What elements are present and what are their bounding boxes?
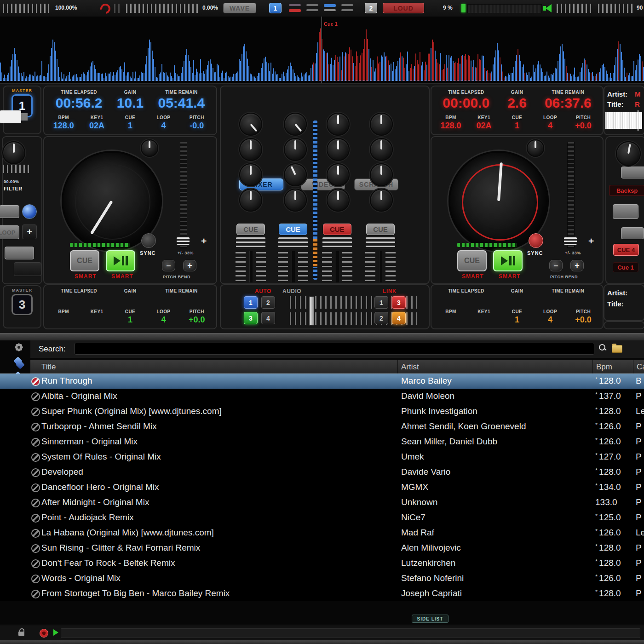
loop-button[interactable]: LOOP (0, 225, 19, 239)
progress-strip[interactable] (61, 628, 640, 638)
deck1-pitch-bend-minus[interactable]: – (162, 260, 175, 271)
fader-handle[interactable] (278, 237, 308, 249)
cue4-button[interactable]: CUE 4 (613, 244, 639, 256)
channel-1-cue-button[interactable]: CUE (236, 224, 265, 235)
mixer-knob[interactable] (370, 113, 393, 136)
table-row[interactable]: Sinnerman - Original MixSean Miller, Dan… (0, 434, 644, 449)
fader-handle[interactable] (366, 237, 395, 249)
fader-handle[interactable] (236, 237, 265, 249)
channel-1-fader[interactable] (236, 237, 266, 282)
deck1-sync-knob[interactable] (141, 233, 156, 248)
zoom-preset-1[interactable] (289, 3, 301, 13)
channel-2-fader[interactable] (278, 237, 308, 282)
mixer-knob[interactable] (284, 189, 307, 212)
table-row[interactable]: Turboprop - Ahmet Sendil MixAhmet Sendil… (0, 419, 644, 434)
column-bpm[interactable]: Bpm (596, 362, 612, 372)
left-edge-button-1[interactable] (0, 205, 19, 218)
zoom-preset-3[interactable] (324, 3, 336, 13)
search-icon[interactable] (599, 344, 608, 353)
mixer-knob[interactable] (239, 138, 262, 161)
deck-1-select-button[interactable]: 1 (269, 3, 282, 13)
headphones-icon[interactable] (98, 2, 113, 16)
mixer-knob[interactable] (327, 113, 350, 136)
table-row[interactable]: System Of Rules - Original MixUmek*127.0… (0, 449, 644, 465)
globe-icon[interactable] (22, 204, 37, 219)
deck-2-select-button[interactable]: 2 (365, 3, 377, 13)
table-row[interactable]: Don't Fear To Rock - Beltek RemixLutzenk… (0, 556, 644, 571)
side-list-button[interactable]: SIDE LIST (412, 615, 448, 623)
deck2-play-button[interactable] (493, 250, 523, 271)
table-row[interactable]: DevelopedDavide Vario*128.0P (0, 465, 644, 480)
table-row[interactable]: Super Phunk (Original Mix) [www.djtunes.… (0, 404, 644, 419)
mixer-knob[interactable] (370, 189, 393, 212)
loud-button[interactable]: LOUD (383, 3, 424, 13)
mixer-knob[interactable] (370, 163, 393, 186)
assign-button-4-right[interactable]: 4 (392, 312, 406, 324)
mixer-knob[interactable] (327, 163, 350, 186)
mixer-knob[interactable] (284, 138, 307, 161)
channel-3-fader[interactable] (322, 237, 352, 282)
left-edge-slider[interactable] (3, 165, 29, 173)
deck2-pitch-fader[interactable] (567, 142, 575, 248)
right-edge-button-2[interactable] (613, 204, 638, 219)
table-row[interactable]: La Habana (Original Mix) [www.djtunes.co… (0, 525, 644, 540)
deck2-cue-round-button[interactable] (529, 233, 543, 248)
backspin-button[interactable]: Backsp (609, 185, 644, 196)
waveform-display[interactable]: Cue 1 (0, 17, 644, 84)
mixer-knob[interactable] (327, 189, 350, 212)
play-small-icon[interactable] (53, 629, 58, 636)
volume-slider[interactable] (557, 4, 593, 13)
table-row[interactable]: Point - Audiojack RemixNiCe7*125.0P (0, 510, 644, 525)
deck2-cue-button[interactable]: CUE (457, 250, 487, 271)
right-edge-button-1[interactable] (621, 167, 644, 178)
deck3-number-button[interactable]: 3 (12, 294, 33, 315)
channel-4-fader[interactable] (365, 237, 396, 282)
channel-4-cue-button[interactable]: CUE (366, 224, 395, 235)
table-row[interactable]: Words - Original MixStefano Noferini*126… (0, 571, 644, 586)
deck1-knob[interactable] (141, 139, 158, 157)
loop-plus-button[interactable]: + (22, 224, 37, 239)
wave-view-button[interactable]: WAVE (223, 3, 256, 13)
left-edge-button-2[interactable] (5, 247, 34, 259)
column-title[interactable]: Title (41, 362, 56, 372)
cue1-button[interactable]: Cue 1 (613, 262, 638, 272)
crossfader-handle[interactable] (309, 296, 314, 326)
left-edge-button-3[interactable] (14, 262, 41, 276)
gear-icon[interactable] (15, 343, 23, 351)
assign-button-3-left[interactable]: 3 (244, 312, 258, 324)
mixer-knob[interactable] (370, 138, 393, 161)
column-category[interactable]: Ca (637, 362, 644, 372)
zoom-preset-2[interactable] (306, 3, 318, 13)
deck2-pitch-bend-minus[interactable]: – (549, 260, 563, 271)
zoom-preset-4[interactable] (341, 3, 353, 13)
table-row[interactable]: Albita - Original MixDavid Moleon*137.0P (0, 389, 644, 404)
folders-blue-icon[interactable] (15, 358, 25, 369)
deck1-play-button[interactable] (106, 250, 135, 271)
mixer-knob[interactable] (327, 138, 350, 161)
fader-handle[interactable] (322, 237, 352, 249)
deck1-cue-button[interactable]: CUE (70, 250, 99, 271)
table-row[interactable]: Sun Rising - Glitter & Ravi Fornari Remi… (0, 540, 644, 556)
column-artist[interactable]: Artist (401, 362, 419, 372)
channel-3-cue-button[interactable]: CUE (323, 224, 351, 235)
table-row[interactable]: Dancefloor Hero - Original MixMGMX*134.0… (0, 480, 644, 495)
mixer-knob[interactable] (284, 113, 307, 136)
assign-button-1-left[interactable]: 1 (244, 296, 258, 309)
assign-button-2-left[interactable]: 2 (261, 296, 275, 309)
mixer-knob[interactable] (239, 163, 262, 186)
assign-button-3-right[interactable]: 3 (392, 296, 406, 309)
search-input[interactable] (75, 343, 594, 355)
deck2-pitch-bend-plus[interactable]: + (570, 260, 584, 271)
pitch-range-slider[interactable] (126, 4, 199, 13)
deck2-pitch-handle[interactable] (564, 237, 577, 245)
master-tempo-slider[interactable] (3, 4, 49, 13)
table-row[interactable]: Run ThroughMarco Bailey*128.0B (0, 374, 644, 389)
assign-button-2-right[interactable]: 2 (374, 312, 388, 324)
assign-button-1-right[interactable]: 1 (374, 296, 388, 309)
mixer-knob[interactable] (239, 189, 262, 212)
table-row[interactable]: After Midnight - Original MixUnknown133.… (0, 495, 644, 510)
left-edge-knob[interactable] (2, 141, 25, 164)
deck1-pitch-bend-plus[interactable]: + (183, 260, 196, 271)
deck2-knob[interactable] (527, 139, 544, 157)
mixer-knob[interactable] (284, 163, 307, 186)
